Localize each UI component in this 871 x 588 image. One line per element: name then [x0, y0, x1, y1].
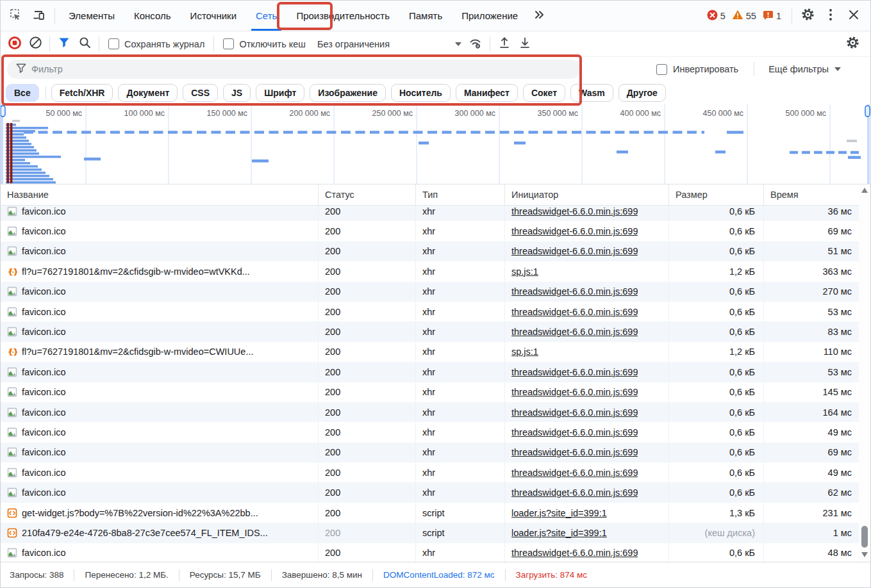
column-header-name[interactable]: Название: [1, 184, 318, 205]
network-overview[interactable]: 50 000 мс100 000 мс150 000 мс200 000 мс2…: [1, 104, 870, 184]
scroll-up-arrow-icon[interactable]: [861, 188, 868, 193]
filter-chip-3[interactable]: CSS: [183, 84, 218, 102]
filter-chip-0[interactable]: Все: [6, 84, 39, 102]
more-filters-dropdown[interactable]: Ещё фильтры: [754, 62, 841, 76]
settings-button[interactable]: [796, 8, 819, 24]
column-header-initiator[interactable]: Инициатор: [504, 184, 668, 205]
table-row[interactable]: get-widget.js?body=%7B%22version-id%22%3…: [1, 503, 870, 523]
gear-icon: [846, 36, 859, 52]
initiator-link[interactable]: threadswidget-6.6.0.min.js:699: [511, 468, 638, 478]
filter-chip-1[interactable]: Fetch/XHR: [51, 84, 113, 102]
initiator-link[interactable]: threadswidget-6.6.0.min.js:699: [511, 307, 638, 317]
initiator-link[interactable]: sp.js:1: [511, 266, 538, 277]
table-row[interactable]: favicon.ico200xhrthreadswidget-6.6.0.min…: [1, 241, 870, 261]
network-conditions-button[interactable]: [465, 35, 486, 54]
filter-chip-4[interactable]: JS: [223, 84, 251, 102]
console-errors-badge[interactable]: 5: [707, 10, 726, 22]
close-devtools-button[interactable]: [842, 9, 865, 23]
issues-badge[interactable]: 1: [763, 10, 781, 22]
column-header-time[interactable]: Время: [763, 184, 860, 205]
filter-chip-8[interactable]: Манифест: [456, 84, 518, 102]
column-header-type[interactable]: Тип: [415, 184, 504, 205]
filter-chip-2[interactable]: Документ: [118, 84, 178, 102]
invert-checkbox[interactable]: [656, 64, 667, 75]
tab-application[interactable]: Приложение: [452, 1, 527, 31]
clear-network-log-button[interactable]: [25, 35, 46, 54]
devtools-window: ЭлементыКонсольИсточникиСетьПроизводител…: [0, 0, 871, 588]
initiator-link[interactable]: loader.js?site_id=399:1: [511, 528, 607, 538]
table-row[interactable]: favicon.ico200xhrthreadswidget-6.6.0.min…: [1, 322, 870, 341]
table-row[interactable]: favicon.ico200xhrthreadswidget-6.6.0.min…: [1, 382, 870, 402]
import-har-button[interactable]: [494, 35, 515, 54]
initiator-link[interactable]: threadswidget-6.6.0.min.js:699: [511, 548, 638, 558]
tab-memory[interactable]: Память: [399, 1, 452, 31]
initiator-link[interactable]: threadswidget-6.6.0.min.js:699: [511, 387, 638, 397]
initiator-link[interactable]: threadswidget-6.6.0.min.js:699: [511, 226, 638, 236]
table-row[interactable]: favicon.ico200xhrthreadswidget-6.6.0.min…: [1, 362, 870, 382]
filter-chip-7[interactable]: Носитель: [391, 84, 451, 102]
record-network-log-button[interactable]: [4, 35, 25, 54]
tabbar-right-divider: [792, 8, 792, 24]
initiator-link[interactable]: threadswidget-6.6.0.min.js:699: [511, 407, 638, 418]
toggle-device-toolbar-button[interactable]: [28, 1, 51, 31]
console-warnings-badge[interactable]: 55: [732, 10, 756, 22]
table-row[interactable]: favicon.ico200xhrthreadswidget-6.6.0.min…: [1, 282, 870, 302]
customize-devtools-button[interactable]: [819, 8, 842, 24]
table-row[interactable]: 210fa479-e24e-4726-8ba8-27c3e7cee574_FL_…: [1, 523, 870, 543]
cell-name: favicon.ico: [1, 543, 318, 562]
table-row[interactable]: favicon.ico200xhrthreadswidget-6.6.0.min…: [1, 543, 870, 562]
request-name: favicon.ico: [22, 387, 66, 397]
initiator-link[interactable]: threadswidget-6.6.0.min.js:699: [511, 487, 638, 498]
svg-text:}: }: [13, 266, 17, 276]
scroll-down-arrow-icon[interactable]: [861, 552, 868, 557]
inspect-element-button[interactable]: [4, 1, 28, 31]
table-row[interactable]: {}fl?u=7627191801&mv=2&cfidsgib-w-mvideo…: [1, 342, 870, 362]
table-row[interactable]: favicon.ico200xhrthreadswidget-6.6.0.min…: [1, 402, 870, 422]
initiator-link[interactable]: threadswidget-6.6.0.min.js:699: [511, 286, 638, 297]
table-row[interactable]: favicon.ico200xhrthreadswidget-6.6.0.min…: [1, 302, 870, 322]
preserve-log-checkbox[interactable]: [108, 38, 119, 49]
tab-console[interactable]: Консоль: [124, 1, 181, 31]
network-settings-button[interactable]: [842, 35, 863, 54]
tab-elements[interactable]: Элементы: [59, 1, 124, 31]
export-har-button[interactable]: [515, 35, 535, 54]
table-row[interactable]: {}fl?u=7627191801&mv=2&cfidsgib-w-mvideo…: [1, 261, 870, 281]
table-row[interactable]: favicon.ico200xhrthreadswidget-6.6.0.min…: [1, 482, 870, 502]
initiator-link[interactable]: threadswidget-6.6.0.min.js:699: [511, 447, 638, 457]
filter-chip-5[interactable]: Шрифт: [256, 84, 304, 102]
column-header-size[interactable]: Размер: [668, 184, 763, 205]
search-button[interactable]: [74, 35, 95, 54]
cell-initiator: threadswidget-6.6.0.min.js:699: [504, 241, 668, 261]
throttling-select[interactable]: Без ограничения: [317, 39, 461, 49]
filter-input[interactable]: Фильтр: [7, 60, 581, 79]
filter-chip-6[interactable]: Изображение: [310, 84, 386, 102]
scrollbar-thumb[interactable]: [861, 526, 868, 548]
table-row[interactable]: favicon.ico200xhrthreadswidget-6.6.0.min…: [1, 462, 870, 482]
request-name: favicon.ico: [22, 468, 66, 478]
initiator-link[interactable]: threadswidget-6.6.0.min.js:699: [511, 246, 638, 256]
initiator-link[interactable]: loader.js?site_id=399:1: [511, 508, 607, 518]
initiator-link[interactable]: sp.js:1: [511, 347, 538, 357]
table-row[interactable]: favicon.ico200xhrthreadswidget-6.6.0.min…: [1, 422, 870, 442]
filter-toggle-button[interactable]: [54, 35, 74, 54]
tab-sources[interactable]: Источники: [181, 1, 246, 31]
cell-name: favicon.ico: [1, 462, 318, 482]
vertical-scrollbar[interactable]: [859, 184, 870, 562]
initiator-link[interactable]: threadswidget-6.6.0.min.js:699: [511, 206, 638, 216]
column-header-status[interactable]: Статус: [318, 184, 415, 205]
table-row[interactable]: favicon.ico200xhrthreadswidget-6.6.0.min…: [1, 443, 870, 462]
filter-chip-10[interactable]: Wasm: [570, 84, 613, 102]
cell-time: 49 мс: [763, 462, 860, 482]
network-toolbar: Сохранять журнал Отключить кеш Без огран…: [1, 31, 870, 57]
tab-performance[interactable]: Производительность: [286, 1, 399, 31]
initiator-link[interactable]: threadswidget-6.6.0.min.js:699: [511, 427, 638, 437]
filter-chip-11[interactable]: Другое: [618, 84, 666, 102]
initiator-link[interactable]: threadswidget-6.6.0.min.js:699: [511, 327, 638, 337]
filter-chip-9[interactable]: Сокет: [523, 84, 565, 102]
initiator-link[interactable]: threadswidget-6.6.0.min.js:699: [511, 367, 638, 377]
tab-network[interactable]: Сеть: [246, 1, 286, 31]
table-row[interactable]: favicon.ico200xhrthreadswidget-6.6.0.min…: [1, 206, 870, 221]
disable-cache-checkbox[interactable]: [223, 38, 234, 49]
table-row[interactable]: favicon.ico200xhrthreadswidget-6.6.0.min…: [1, 221, 870, 241]
more-tabs-button[interactable]: [527, 1, 552, 31]
